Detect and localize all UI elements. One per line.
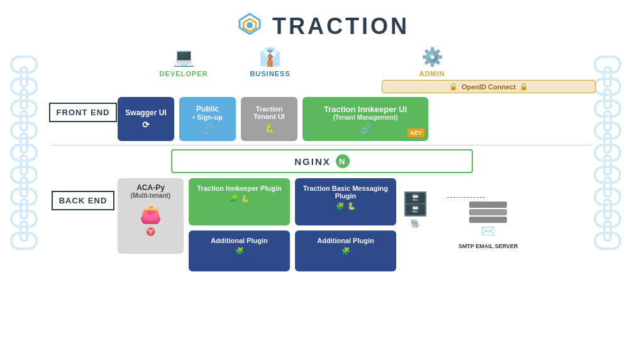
smtp-label: SMTP EMAIL SERVER [458,243,518,251]
backend-section-label: BACK END [48,178,118,210]
innkeeper-subtitle: (Tenant Management) [333,114,398,121]
innkeeper-plugin-box: Traction Innkeeper Plugin 🧩 🐍 [189,178,290,225]
admin-icon: ⚙️ [421,47,443,67]
frontend-section-label: FRONT END [48,80,118,122]
add-plugin-1-title: Additional Plugin [211,237,267,244]
acapy-aries-icon: ♈ [146,227,155,236]
developer-icon: 💻 [173,47,195,67]
backend-section: BACK END ACA-Py (Multi-tenant) 👛 ♈ Tract… [48,178,596,271]
tenant-title: Traction Tenant UI [246,105,292,120]
nginx-bar: NGINX N [171,149,473,173]
backend-label-box: BACK END [52,191,115,210]
add-plugin-2-title: Additional Plugin [317,237,374,244]
plugin-grid: Traction Innkeeper Plugin 🧩 🐍 Traction B… [189,178,396,271]
puzzle-icon-4: 🧩 [341,247,350,255]
traction-innkeeper-ui-box: Traction Innkeeper UI (Tenant Management… [303,97,428,141]
openid-connect-bar: 🔒 OpenID Connect 🔒 [382,80,596,93]
messaging-plugin-box: Traction Basic Messaging Plugin 🧩 🐍 [295,178,396,225]
page-title: TRACTION [272,13,409,40]
additional-plugin-1-box: Additional Plugin 🧩 [189,230,290,271]
acapy-title: ACA-Py [136,183,165,192]
puzzle-icon-3: 🧩 [235,247,244,255]
lock-left-icon: 🔒 [449,82,458,91]
smtp-server-icon: ✉️ [469,202,507,238]
nginx-icon: N [336,154,350,168]
acapy-subtitle: (Multi-tenant) [131,192,170,199]
acapy-box: ACA-Py (Multi-tenant) 👛 ♈ [118,178,184,254]
innkeeper-plugin-icons: 🧩 🐍 [230,195,250,203]
openid-label: OpenID Connect [462,83,516,91]
frontend-content: 🔒 OpenID Connect 🔒 Swagger UI ⟳ [118,80,596,141]
header: TRACTION [0,0,644,42]
key-badge: KEY [408,128,425,137]
smtp-server-area: ✉️ SMTP EMAIL SERVER [447,185,518,251]
main-content: TRACTION 💻 DEVELOPER 👔 BUSINESS ⚙️ ADMIN [0,0,644,364]
acapy-wallet-icon: 👛 [140,204,162,225]
tenant-icon: 🐍 [264,123,275,133]
messaging-plugin-title: Traction Basic Messaging Plugin [300,185,391,200]
public-signup-box: Public • Sign-up 🔗 [179,97,236,141]
swagger-ui-box: Swagger UI ⟳ [118,97,174,141]
innkeeper-plugin-title: Traction Innkeeper Plugin [197,185,281,192]
nginx-label: NGINX [294,156,331,167]
lock-right-icon: 🔒 [519,82,528,91]
public-subtitle: • Sign-up [192,113,223,121]
innkeeper-icon: 🔗 [360,123,371,134]
python-icon-2: 🐍 [347,202,356,210]
traction-logo-icon [235,11,265,42]
public-title: Public [196,105,219,113]
database-area: 🗄️ 🐘 [401,191,430,229]
additional-plugin-2-box: Additional Plugin 🧩 [295,230,396,271]
postgresql-icon: 🐘 [410,219,421,229]
innkeeper-title: Traction Innkeeper UI [324,105,407,114]
messaging-plugin-icons: 🧩 🐍 [336,202,356,210]
svg-point-36 [247,22,253,28]
persona-developer: 💻 DEVELOPER [146,47,221,77]
public-icon: 🔗 [203,123,213,134]
puzzle-icon-1: 🧩 [230,195,238,203]
architecture-diagram: 💻 DEVELOPER 👔 BUSINESS ⚙️ ADMIN FRONT EN… [0,47,644,271]
section-divider [52,145,592,145]
frontend-label-box: FRONT END [49,103,118,122]
swagger-icon: ⟳ [142,120,150,130]
backend-content: ACA-Py (Multi-tenant) 👛 ♈ Traction Innke… [118,178,596,271]
persona-business: 👔 BUSINESS [221,47,319,77]
smtp-server: ✉️ SMTP EMAIL SERVER [458,202,518,251]
nginx-bar-wrapper: NGINX N [0,149,644,173]
database-icon: 🗄️ [401,191,430,217]
admin-label: ADMIN [419,70,445,77]
swagger-title: Swagger UI [125,108,166,117]
python-icon-1: 🐍 [241,195,250,203]
business-label: BUSINESS [250,70,290,77]
developer-label: DEVELOPER [160,70,208,77]
persona-admin: ⚙️ ADMIN [382,47,482,77]
traction-tenant-ui-box: Traction Tenant UI 🐍 [241,97,297,141]
business-icon: 👔 [259,47,281,67]
puzzle-icon-2: 🧩 [336,202,345,210]
frontend-boxes: Swagger UI ⟳ Public • Sign-up 🔗 Traction… [118,97,596,141]
